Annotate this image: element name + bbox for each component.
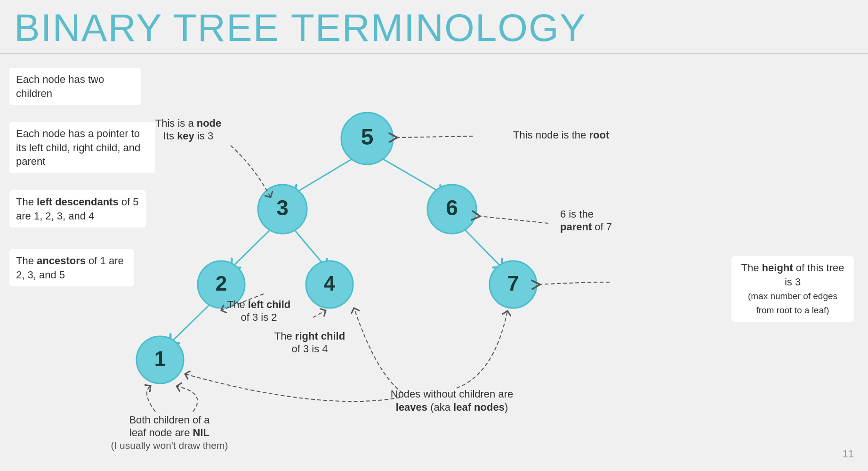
node-6-label: 6 <box>446 195 458 220</box>
box3-pre: The <box>16 196 37 208</box>
arrow-left-child <box>221 294 264 310</box>
node-annotation: This is a node <box>155 117 222 129</box>
edge-n6-n7 <box>463 228 502 268</box>
key-annotation: Its key is 3 <box>163 130 213 142</box>
arrow-node-label <box>231 146 271 197</box>
node-6 <box>427 185 476 234</box>
edge-n2-n1 <box>170 303 211 343</box>
page-title: BINARY TREE TERMINOLOGY <box>14 8 854 47</box>
node-4-label: 4 <box>324 272 336 295</box>
root-annotation: This node is the root <box>513 129 610 141</box>
arrow-parent-label <box>479 216 548 223</box>
box4-pre: The <box>16 255 37 267</box>
edge-n3-n4 <box>293 228 326 268</box>
left-child-annotation2: of 3 is 2 <box>241 311 277 323</box>
edge-root-n6 <box>378 156 442 194</box>
height-text: The height of this tree is 3(max number … <box>741 262 844 316</box>
arrow-nil-label2 <box>177 386 197 412</box>
page: BINARY TREE TERMINOLOGY Each node has tw… <box>0 0 868 471</box>
left-child-annotation: The left child <box>227 299 290 310</box>
title-area: BINARY TREE TERMINOLOGY <box>0 0 868 54</box>
right-child-annotation: The right child <box>274 330 345 342</box>
node-5 <box>341 113 393 164</box>
info-box-each-node: Each node has two children <box>9 68 141 105</box>
leaves-annotation: Nodes without children are <box>391 388 513 400</box>
node-5-label: 5 <box>361 124 374 149</box>
box2-text: Each node has a pointer to its left chil… <box>16 128 140 167</box>
arrow-right-child <box>313 310 326 317</box>
node-7 <box>490 261 537 308</box>
node-1 <box>137 336 184 383</box>
info-box-height: The height of this tree is 3(max number … <box>731 256 854 322</box>
arrow-leaves-to-n1 <box>185 374 400 401</box>
nil-annotation: Both children of a <box>129 414 210 426</box>
edge-n3-n2 <box>232 228 272 268</box>
edge-root-n3 <box>294 156 356 194</box>
arrow-height-label <box>539 282 610 284</box>
node-4 <box>306 261 353 308</box>
box3-bold: left descendants <box>37 196 119 208</box>
box4-bold: ancestors <box>37 255 86 267</box>
node-2-label: 2 <box>216 272 227 295</box>
parent-annotation2: parent of 7 <box>560 221 612 233</box>
node-3 <box>258 185 307 234</box>
info-box-left-descendants: The left descendants of 5 are 1, 2, 3, a… <box>9 190 146 227</box>
arrow-nil-label <box>147 386 155 412</box>
parent-annotation: 6 is the <box>560 208 594 220</box>
arrow-root-label <box>396 136 473 138</box>
leaves-annotation2: leaves (aka leaf nodes) <box>396 401 508 413</box>
arrow-leaves-to-n4 <box>354 308 402 393</box>
node-3-label: 3 <box>276 195 289 220</box>
content-area: Each node has two children Each node has… <box>0 54 868 466</box>
node-2 <box>198 261 245 308</box>
height-bold: height <box>762 262 793 274</box>
arrow-leaves-to-n7 <box>457 311 507 388</box>
page-number: 11 <box>843 448 854 460</box>
box1-text: Each node has two children <box>16 73 104 99</box>
node-1-label: 1 <box>154 347 166 370</box>
info-box-pointer: Each node has a pointer to its left chil… <box>9 122 155 173</box>
node-7-label: 7 <box>507 272 519 295</box>
nil-annotation2: leaf node are NIL <box>129 427 209 439</box>
right-child-annotation2: of 3 is 4 <box>291 343 328 355</box>
nil-annotation3: (I usually won't draw them) <box>111 440 228 451</box>
info-box-ancestors: The ancestors of 1 are 2, 3, and 5 <box>9 249 134 286</box>
